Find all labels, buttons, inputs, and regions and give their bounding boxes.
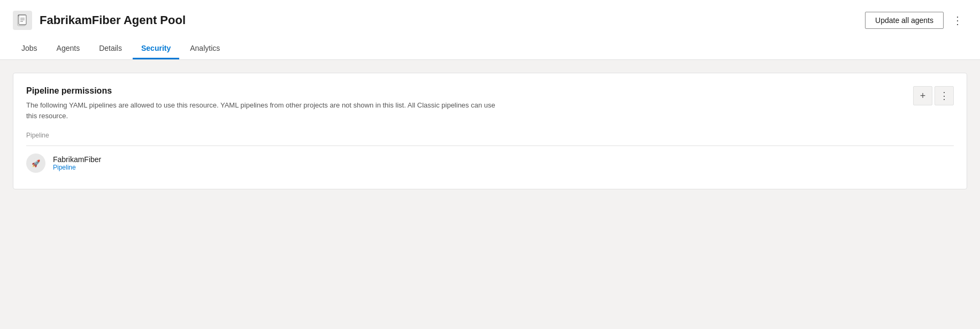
page-icon: [13, 11, 32, 30]
top-bar: FabrikamFiber Agent Pool Update all agen…: [0, 0, 980, 60]
tab-analytics[interactable]: Analytics: [181, 39, 228, 59]
tab-security[interactable]: Security: [133, 39, 179, 59]
header-more-icon: ⋮: [952, 14, 963, 27]
pipeline-type: Pipeline: [53, 164, 101, 171]
header-row: FabrikamFiber Agent Pool Update all agen…: [13, 0, 967, 32]
add-pipeline-button[interactable]: +: [913, 86, 932, 105]
header-left: FabrikamFiber Agent Pool: [13, 11, 186, 30]
header-more-button[interactable]: ⋮: [948, 11, 967, 30]
pipeline-avatar: 🚀: [26, 154, 45, 173]
pipeline-name: FabrikamFiber: [53, 155, 101, 164]
card-actions: + ⋮: [913, 86, 954, 105]
pipeline-more-icon: ⋮: [939, 90, 949, 102]
tab-agents[interactable]: Agents: [48, 39, 89, 59]
pipeline-row: 🚀 FabrikamFiber Pipeline: [26, 146, 954, 176]
pipeline-column-header: Pipeline: [26, 132, 954, 141]
add-icon: +: [920, 90, 926, 102]
pipeline-permissions-description: The following YAML pipelines are allowed…: [26, 100, 508, 121]
card-text-area: Pipeline permissions The following YAML …: [26, 86, 508, 121]
page-title: FabrikamFiber Agent Pool: [40, 13, 186, 27]
tab-details[interactable]: Details: [90, 39, 131, 59]
tab-jobs[interactable]: Jobs: [13, 39, 46, 59]
card-header-row: Pipeline permissions The following YAML …: [26, 86, 954, 121]
pipeline-info: FabrikamFiber Pipeline: [53, 155, 101, 171]
tabs-row: Jobs Agents Details Security Analytics: [13, 39, 967, 59]
pipeline-permissions-title: Pipeline permissions: [26, 86, 508, 96]
pipeline-more-button[interactable]: ⋮: [935, 86, 954, 105]
pipeline-permissions-card: Pipeline permissions The following YAML …: [13, 73, 967, 189]
main-content: Pipeline permissions The following YAML …: [0, 60, 980, 295]
update-all-agents-button[interactable]: Update all agents: [865, 12, 944, 29]
header-actions: Update all agents ⋮: [865, 11, 967, 30]
svg-text:🚀: 🚀: [32, 159, 41, 168]
